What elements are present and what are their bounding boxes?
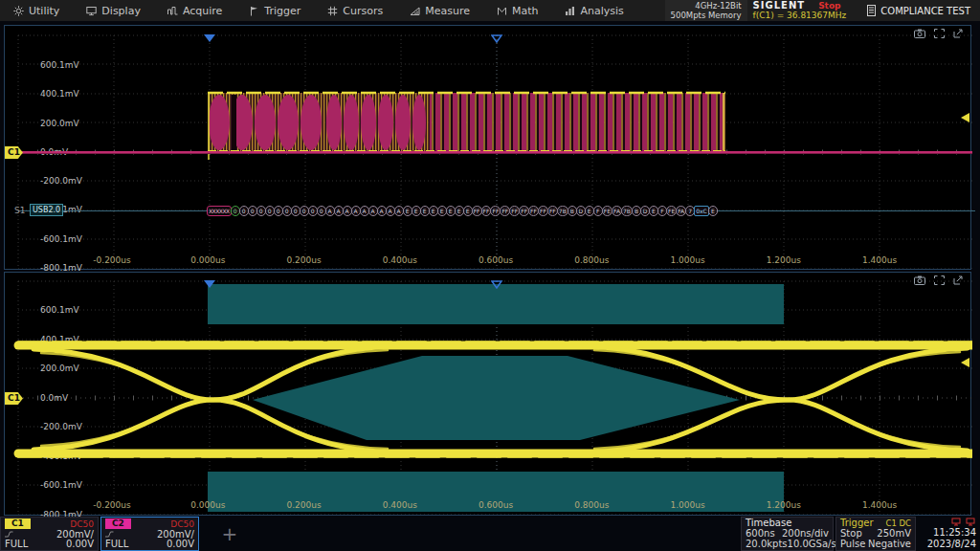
trigger-type: Pulse: [840, 540, 865, 549]
detach-icon[interactable]: [953, 276, 963, 285]
menu-utility[interactable]: Utility: [0, 0, 73, 21]
rising-edge-icon: [105, 531, 114, 538]
acquisition-info: 4GHz-12Bit 500Mpts Memory: [665, 0, 747, 21]
menu-analysis[interactable]: Analysis: [551, 0, 636, 21]
gear-icon: [13, 6, 24, 16]
menu-acquire-label: Acquire: [183, 5, 222, 17]
menu-trigger[interactable]: Trigger: [235, 0, 314, 21]
flag-icon: [249, 6, 259, 16]
trigger-slope: Negative: [868, 540, 911, 549]
display-icon: [86, 6, 97, 16]
timebase-box[interactable]: Timebase 600ns 200ns/div 20.0kpts 10.0GS…: [741, 517, 834, 551]
compliance-test-label: COMPLIANCE TEST: [880, 6, 970, 16]
menu-display-label: Display: [101, 5, 141, 17]
menu-utility-label: Utility: [29, 5, 59, 17]
timebase-title: Timebase: [746, 518, 791, 528]
menu-analysis-label: Analysis: [580, 5, 623, 17]
trigger-title: Trigger: [840, 518, 874, 528]
c2-bandwidth: FULL: [105, 540, 128, 549]
channel-c2-box[interactable]: C2 DC50 200mV/ FULL 0.00V: [100, 517, 199, 551]
brand-status: SIGLENT Stop f(C1) = 36.81367MHz: [747, 0, 853, 21]
fullscreen-icon[interactable]: [934, 29, 945, 38]
menu-trigger-label: Trigger: [264, 5, 301, 17]
clock-box: 11:25:34 2023/8/24: [917, 517, 980, 551]
add-channel-button[interactable]: +: [201, 517, 258, 551]
trigger-delay-marker[interactable]: [204, 34, 215, 42]
oscilloscope-screen: Utility Display Acquire Trigger Cursors …: [0, 0, 980, 551]
menu-display[interactable]: Display: [73, 0, 154, 21]
packet-waveform: [5, 26, 972, 269]
timebase-rate: 10.0GSa/s: [788, 540, 836, 549]
bottom-status-bar: C1 DC50 200mV/ FULL 0.00V C2 DC50 200mV/: [0, 517, 980, 551]
channel-c1-box[interactable]: C1 DC50 200mV/ FULL 0.00V: [0, 517, 99, 551]
bus-protocol-badge[interactable]: USB2.0: [30, 204, 63, 216]
status-area: 4GHz-12Bit 500Mpts Memory SIGLENT Stop f…: [665, 0, 980, 21]
plot-corner-tools: [914, 276, 963, 285]
menu-measure-label: Measure: [425, 5, 470, 17]
plot-corner-tools: [914, 29, 963, 38]
rising-edge-icon: [5, 531, 13, 538]
time-display: 11:25:34: [933, 527, 976, 538]
trigger-level-marker[interactable]: [961, 358, 969, 367]
timebase-scale: 200ns/div: [782, 529, 829, 539]
menu-bar: Utility Display Acquire Trigger Cursors …: [0, 0, 980, 21]
bus-id: S1: [14, 206, 25, 215]
timebase-samples: 20.0kpts: [746, 540, 788, 549]
decode-token: 7B: [557, 206, 568, 216]
trigger-status: Stop: [840, 529, 862, 539]
brand-logo: SIGLENT: [753, 1, 806, 11]
c1-coupling: DC50: [70, 519, 94, 529]
decode-token: XXXXXX: [207, 206, 232, 216]
trigger-box[interactable]: Trigger C1 DC Stop 250mV Pulse Negative: [835, 517, 916, 551]
c1-chip[interactable]: C1: [5, 518, 31, 529]
c1-bandwidth: FULL: [5, 540, 28, 549]
trigger-source: C1 DC: [885, 518, 911, 528]
memory-label: 500Mpts Memory: [671, 11, 742, 20]
cursors-icon: [327, 6, 338, 16]
measure-icon: [410, 6, 420, 16]
fullscreen-icon[interactable]: [934, 276, 945, 285]
eye-diagram-plot[interactable]: 600.1mV400.1mV200.0mV0.0mV-200.0mV-400.1…: [4, 272, 971, 516]
trigger-level: 250mV: [877, 529, 911, 539]
decode-token: FF: [472, 206, 482, 216]
c2-coupling: DC50: [170, 519, 194, 529]
bandwidth-label: 4GHz-12Bit: [671, 1, 742, 11]
analysis-icon: [565, 6, 575, 16]
top-waveform-plot[interactable]: 600.1mV400.1mV200.0mV0.0mV-200.0mV-400.1…: [4, 25, 971, 270]
decode-token: E: [708, 206, 718, 216]
camera-icon[interactable]: [914, 29, 925, 38]
trigger-level-marker[interactable]: [961, 113, 969, 122]
menu-math-label: Math: [512, 5, 539, 17]
menu-math[interactable]: Math: [483, 0, 552, 21]
trigger-position-marker[interactable]: [491, 280, 503, 289]
clipboard-icon: [867, 5, 876, 16]
c1-scale: 200mV/: [56, 530, 94, 540]
frequency-counter: f(C1) = 36.81367MHz: [753, 11, 847, 20]
menu-cursors[interactable]: Cursors: [314, 0, 396, 21]
trigger-delay-marker[interactable]: [204, 280, 215, 288]
camera-icon[interactable]: [914, 276, 925, 285]
decode-token: 0xC: [694, 206, 709, 216]
math-icon: [497, 6, 507, 16]
c1-offset: 0.00V: [66, 540, 94, 549]
compliance-test-button[interactable]: COMPLIANCE TEST: [852, 5, 980, 16]
acq-status-badge[interactable]: Stop: [818, 1, 840, 11]
lan-status-icon: [951, 518, 976, 526]
c2-offset: 0.00V: [167, 540, 194, 549]
date-display: 2023/8/24: [927, 539, 976, 549]
decode-token-row: XXXXXX00000000000AAAAAAAAAEEEEEEEEFFFFFF…: [207, 205, 743, 217]
timebase-delay: 600ns: [746, 529, 775, 539]
trigger-position-marker[interactable]: [491, 34, 503, 43]
detach-icon[interactable]: [953, 29, 963, 38]
acquire-icon: [167, 6, 178, 16]
menu-measure[interactable]: Measure: [396, 0, 483, 21]
c2-scale: 200mV/: [157, 530, 194, 540]
menu-cursors-label: Cursors: [343, 5, 383, 17]
c2-chip[interactable]: C2: [105, 518, 131, 529]
eye-trace: [5, 273, 972, 515]
menu-acquire[interactable]: Acquire: [154, 0, 235, 21]
